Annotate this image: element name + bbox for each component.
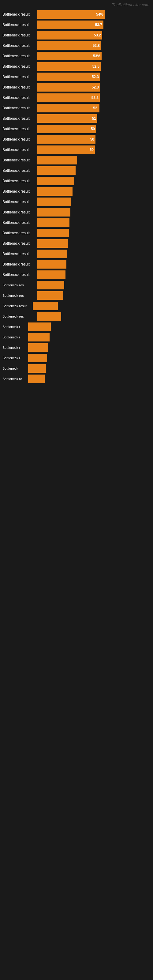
bar-container [37,270,151,279]
bar-row-wrapper: Bottleneck result [0,302,153,310]
bar-label: Bottleneck result [2,210,36,215]
bar [37,208,70,216]
bar [37,260,66,269]
bar-row: Bottleneck result54% [0,10,153,19]
bar-row-wrapper: Bottleneck result [0,218,153,227]
bar-row-wrapper: Bottleneck re [0,375,153,383]
bar [37,177,74,185]
bar: 52.3 [37,83,100,92]
bar-container [37,281,151,290]
bar-container [28,375,151,383]
bar-row: Bottleneck result52.3 [0,73,153,81]
bar-value: 52. [93,106,98,110]
bar [37,229,69,237]
bar-row: Bottleneck [0,364,153,373]
bar-label: Bottleneck result [2,33,36,37]
bar-row-wrapper: Bottleneck result52.2 [0,94,153,102]
bar-label: Bottleneck result [2,272,36,277]
bar: 52.8 [37,41,101,50]
bar-row: Bottleneck res [0,291,153,300]
bar-row: Bottleneck result [0,239,153,248]
bar-row-wrapper: Bottleneck result [0,187,153,196]
bar-container: 50 [37,135,151,144]
bar-container [37,239,151,248]
bar: 53% [37,52,102,60]
bar [37,291,63,300]
bar-value: 54% [96,12,104,16]
bar-row: Bottleneck r [0,333,153,342]
bar-row-wrapper: Bottleneck [0,364,153,373]
bar: 53.2 [37,31,102,40]
bar [37,197,71,206]
bar-row-wrapper: Bottleneck result [0,229,153,237]
bar-label: Bottleneck result [2,158,36,162]
bar-row-wrapper: Bottleneck result50 [0,145,153,154]
bar-row-wrapper: Bottleneck result [0,260,153,269]
bar-container [37,197,151,206]
bar-value: 50 [90,137,94,142]
bar-row: Bottleneck result51 [0,114,153,123]
bar: 50 [37,125,96,133]
bar-container [28,333,151,342]
bar-row: Bottleneck result50 [0,145,153,154]
bar-row: Bottleneck result [0,156,153,164]
bar-container: 51 [37,114,151,123]
bar: 52.3 [37,73,100,81]
bar-label: Bottleneck result [2,75,36,79]
bar-label: Bottleneck result [2,137,36,142]
bar-row-wrapper: Bottleneck r [0,323,153,331]
bar-label: Bottleneck result [2,127,36,131]
bar-row: Bottleneck result [0,218,153,227]
bar-row-wrapper: Bottleneck result52.8 [0,41,153,50]
bar-row: Bottleneck result [0,302,153,310]
bar-row-wrapper: Bottleneck res [0,291,153,300]
site-title: TheBottlenecker.com [0,0,153,8]
bar: 54% [37,10,105,19]
bar-row: Bottleneck re [0,375,153,383]
bar-row-wrapper: Bottleneck result [0,156,153,164]
bar-container [37,208,151,216]
bar-row: Bottleneck result52.2 [0,94,153,102]
bar-label: Bottleneck r [2,325,27,329]
bar-container [37,166,151,175]
bar-label: Bottleneck result [2,241,36,246]
bars-container: Bottleneck result54%Bottleneck result53.… [0,10,153,383]
bar [37,156,77,164]
bar-container [37,312,151,321]
bar-label: Bottleneck result [2,252,36,256]
bar-row: Bottleneck r [0,343,153,352]
bar-container: 53.7 [37,21,151,29]
bar-value: 52.3 [92,85,99,89]
bar [37,270,65,279]
bar-row-wrapper: Bottleneck result52.3 [0,83,153,92]
bar-label: Bottleneck r [2,335,27,339]
bar [28,333,49,342]
bar-row: Bottleneck result52.3 [0,83,153,92]
bar-label: Bottleneck result [2,85,36,89]
bar-container [37,291,151,300]
bar-label: Bottleneck result [2,179,36,183]
bar [37,250,67,258]
bar-container [37,250,151,258]
bar-row-wrapper: Bottleneck result52.3 [0,73,153,81]
bar-row-wrapper: Bottleneck result [0,177,153,185]
bar-row: Bottleneck result [0,177,153,185]
bar-label: Bottleneck res [2,315,36,318]
bar-value: 53% [93,54,100,58]
bar-container [37,229,151,237]
bar-container [28,343,151,352]
bar-container: 53% [37,52,151,60]
bar-row: Bottleneck result50 [0,135,153,144]
bar-value: 52.8 [93,43,100,48]
bar-row-wrapper: Bottleneck r [0,354,153,362]
bar [28,323,51,331]
bar [37,218,70,227]
bar-value: 52.5 [92,64,99,68]
bar-label: Bottleneck [2,367,27,370]
bar-label: Bottleneck result [2,23,36,27]
bar-container [28,323,151,331]
bar-label: Bottleneck result [2,148,36,152]
bar-value: 50 [91,127,95,131]
bar-row-wrapper: Bottleneck res [0,281,153,290]
bar-row: Bottleneck res [0,281,153,290]
